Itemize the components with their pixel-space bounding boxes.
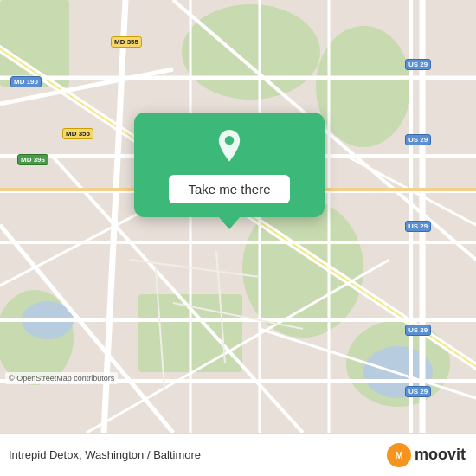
map-attribution: © OpenStreetMap contributors [5, 372, 118, 384]
moovit-logo: M moovit [387, 443, 466, 467]
road-badge-md355-mid: MD 355 [62, 128, 93, 139]
road-badge-us29-top: US 29 [405, 59, 431, 70]
bottom-bar: Intrepid Detox, Washington / Baltimore M… [0, 433, 476, 476]
road-badge-md190: MD 190 [10, 76, 42, 87]
svg-point-1 [182, 4, 320, 100]
road-badge-us29-vbot: US 29 [405, 386, 431, 397]
svg-point-37 [225, 136, 234, 145]
location-pin [210, 128, 248, 166]
road-badge-us29-mid2: US 29 [405, 221, 431, 232]
take-me-there-button[interactable]: Take me there [169, 175, 289, 203]
popup-card: Take me there [134, 113, 325, 217]
location-title: Intrepid Detox, Washington / Baltimore [9, 448, 201, 461]
moovit-icon: M [387, 443, 411, 467]
road-badge-md355-top: MD 355 [111, 36, 142, 48]
road-badge-us29-bot: US 29 [405, 325, 431, 336]
road-badge-us29-mid1: US 29 [405, 134, 431, 145]
map-container: MD 355 MD 190 MD 355 MD 396 US 29 US 29 … [0, 0, 476, 433]
road-badge-md396: MD 396 [17, 154, 48, 165]
moovit-text: moovit [415, 446, 466, 464]
